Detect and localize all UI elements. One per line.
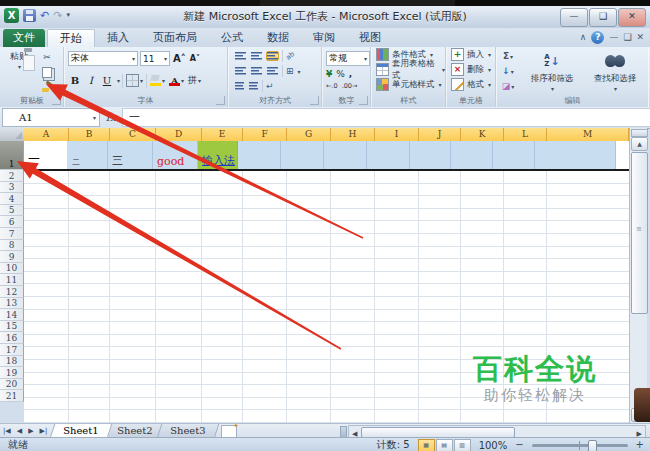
insert-worksheet-icon[interactable] <box>221 425 237 438</box>
sheet-tab-Sheet1[interactable]: Sheet1 <box>50 424 112 438</box>
tab-插入[interactable]: 插入 <box>95 29 141 47</box>
redo-icon[interactable]: ↷ <box>53 9 62 22</box>
page-break-view-icon[interactable]: ▥ <box>454 439 471 451</box>
cell-D1[interactable]: good <box>153 141 198 171</box>
tab-公式[interactable]: 公式 <box>209 29 255 47</box>
row-header-20[interactable]: 20 <box>0 379 24 391</box>
column-header-H[interactable]: H <box>331 128 375 141</box>
row-header-3[interactable]: 3 <box>0 182 24 194</box>
tab-数据[interactable]: 数据 <box>255 29 301 47</box>
tab-页面布局[interactable]: 页面布局 <box>141 29 209 47</box>
cell-L1[interactable] <box>493 141 535 171</box>
clipboard-dialog-launcher[interactable] <box>52 96 61 105</box>
number-format-combo[interactable]: 常规▾ <box>326 51 370 66</box>
excel-logo-icon[interactable]: X <box>4 8 19 23</box>
align-right-icon[interactable] <box>266 66 279 76</box>
delete-cells-button[interactable]: × 删除▾ <box>447 62 495 77</box>
clear-icon[interactable]: ◪▾ <box>500 79 516 93</box>
row-header-2[interactable]: 2 <box>0 170 24 182</box>
row-header-18[interactable]: 18 <box>0 356 24 368</box>
undo-icon[interactable]: ↶ <box>40 9 49 22</box>
vertical-scrollbar[interactable]: ▲ ▼ <box>629 128 647 423</box>
tab-审阅[interactable]: 审阅 <box>301 29 347 47</box>
workbook-close-icon[interactable]: ✕ <box>636 31 644 44</box>
close-button[interactable]: ✕ <box>618 8 646 27</box>
font-color-button[interactable]: A▾ <box>168 74 185 87</box>
insert-cells-button[interactable]: + 插入▾ <box>447 47 495 62</box>
zoom-slider[interactable] <box>532 444 628 447</box>
row-header-5[interactable]: 5 <box>0 205 24 217</box>
cell-M1[interactable] <box>535 141 616 171</box>
decrease-indent-icon[interactable] <box>234 81 245 91</box>
underline-dropdown-icon[interactable]: ▾ <box>117 77 120 84</box>
cell-styles-button[interactable]: 单元格样式▾ <box>372 77 445 92</box>
increase-decimal-icon[interactable]: ←.0 <box>326 82 338 90</box>
row-header-14[interactable]: 14 <box>0 309 24 321</box>
cell-E1[interactable]: 输入法 <box>198 141 238 171</box>
currency-format-icon[interactable]: ¥ <box>326 69 332 79</box>
row-header-1[interactable]: 1 <box>0 141 24 170</box>
align-left-icon[interactable] <box>234 66 247 76</box>
increase-indent-icon[interactable] <box>248 81 259 91</box>
merge-center-icon[interactable]: ⊞ <box>286 66 294 76</box>
row-header-19[interactable]: 19 <box>0 367 24 379</box>
select-all-corner[interactable] <box>0 128 25 142</box>
fill-icon[interactable]: ↓▾ <box>500 64 516 78</box>
shrink-font-button[interactable]: A˅ <box>189 51 201 66</box>
minimize-button[interactable]: — <box>560 8 588 27</box>
column-header-D[interactable]: D <box>156 128 202 141</box>
row-header-8[interactable]: 8 <box>0 240 24 252</box>
cell-I1[interactable] <box>367 141 410 171</box>
name-box-dropdown-icon[interactable]: ▾ <box>93 114 96 121</box>
sort-filter-button[interactable]: AZ ↓ 排序和筛选 ▾ <box>521 49 583 92</box>
font-dialog-launcher[interactable] <box>216 96 225 105</box>
decrease-decimal-icon[interactable]: .00→ <box>342 82 358 90</box>
row-header-9[interactable]: 9 <box>0 251 24 263</box>
name-box[interactable]: A1 ▾ <box>2 108 100 127</box>
vertical-split-handle[interactable] <box>631 129 648 137</box>
align-center-icon[interactable] <box>250 66 263 76</box>
column-header-A[interactable]: A <box>24 128 69 141</box>
first-sheet-icon[interactable]: |◀ <box>0 425 14 438</box>
row-header-13[interactable]: 13 <box>0 298 24 310</box>
column-header-F[interactable]: F <box>243 128 287 141</box>
maximize-button[interactable]: ❑ <box>589 8 617 27</box>
tab-视图[interactable]: 视图 <box>347 29 393 47</box>
next-sheet-icon[interactable]: ▶ <box>25 425 36 438</box>
phonetic-button[interactable]: 拼▾ <box>187 73 202 88</box>
qat-customize-dropdown-icon[interactable]: ▾ <box>66 9 70 22</box>
column-header-I[interactable]: I <box>375 128 419 141</box>
cell-C1[interactable]: 三 <box>108 141 153 171</box>
help-icon[interactable]: ? <box>591 31 604 44</box>
number-dialog-launcher[interactable] <box>359 96 368 105</box>
zoom-out-icon[interactable]: − <box>515 440 523 450</box>
cell-K1[interactable] <box>451 141 493 171</box>
row-header-15[interactable]: 15 <box>0 321 24 333</box>
row-header-11[interactable]: 11 <box>0 274 24 286</box>
row-header-6[interactable]: 6 <box>0 216 24 228</box>
comma-format-icon[interactable]: , <box>349 69 352 79</box>
tab-file[interactable]: 文件 <box>3 29 45 47</box>
cell-G1[interactable] <box>281 141 324 171</box>
row-header-16[interactable]: 16 <box>0 332 24 344</box>
row-header-7[interactable]: 7 <box>0 228 24 240</box>
column-header-E[interactable]: E <box>202 128 243 141</box>
row-header-12[interactable]: 12 <box>0 286 24 298</box>
column-header-L[interactable]: L <box>504 128 547 141</box>
italic-button[interactable]: I <box>84 75 98 86</box>
paste-button[interactable]: 粘贴 ▾ <box>4 50 34 70</box>
column-header-K[interactable]: K <box>461 128 504 141</box>
copy-icon[interactable] <box>39 65 55 79</box>
cell-A1[interactable]: 一 <box>24 141 68 171</box>
autosum-icon[interactable]: Σ▾ <box>500 49 516 63</box>
row-header-17[interactable]: 17 <box>0 344 24 356</box>
find-select-button[interactable]: 查找和选择 ▾ <box>585 49 645 92</box>
alignment-dialog-launcher[interactable] <box>310 96 319 105</box>
tab-开始[interactable]: 开始 <box>47 29 95 47</box>
align-top-icon[interactable] <box>234 51 247 61</box>
row-header-21[interactable]: 21 <box>0 390 24 402</box>
cell-F1[interactable] <box>238 141 281 171</box>
cut-icon[interactable]: ✂ <box>39 50 55 64</box>
sheet-tab-Sheet3[interactable]: Sheet3 <box>157 424 219 438</box>
last-sheet-icon[interactable]: ▶| <box>37 425 51 438</box>
